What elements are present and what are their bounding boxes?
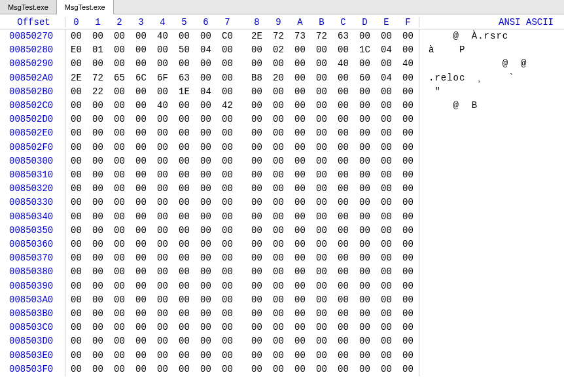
byte-cell[interactable]: 00	[65, 334, 87, 348]
byte-cell[interactable]: 00	[109, 363, 130, 376]
byte-cell[interactable]: 00	[246, 168, 268, 182]
byte-cell[interactable]: 00	[397, 71, 419, 85]
byte-cell[interactable]: 00	[246, 363, 268, 376]
byte-cell[interactable]: 00	[87, 334, 109, 348]
byte-cell[interactable]: 00	[217, 85, 238, 99]
byte-cell[interactable]: 00	[152, 57, 173, 71]
byte-cell[interactable]: 00	[332, 265, 354, 279]
byte-cell[interactable]: 00	[130, 126, 152, 140]
byte-cell[interactable]: 00	[195, 251, 217, 265]
byte-cell[interactable]: 00	[311, 141, 332, 154]
byte-cell[interactable]: 00	[397, 210, 419, 224]
byte-cell[interactable]: 00	[332, 182, 354, 196]
hex-row[interactable]: 008502E000000000000000000000000000000000	[0, 126, 564, 140]
byte-cell[interactable]: 00	[173, 279, 195, 293]
byte-cell[interactable]: 00	[246, 196, 268, 209]
byte-cell[interactable]: 00	[65, 182, 87, 196]
byte-cell[interactable]: 00	[332, 99, 354, 113]
byte-cell[interactable]: 00	[217, 251, 238, 265]
byte-cell[interactable]: 00	[332, 279, 354, 293]
byte-cell[interactable]: 00	[376, 334, 397, 348]
byte-cell[interactable]: 00	[87, 224, 109, 238]
byte-cell[interactable]: 00	[246, 349, 268, 363]
hex-row[interactable]: 008503B000000000000000000000000000000000	[0, 307, 564, 321]
byte-cell[interactable]: 00	[130, 293, 152, 307]
byte-cell[interactable]: 00	[195, 168, 217, 182]
hex-row[interactable]: 0085039000000000000000000000000000000000	[0, 279, 564, 293]
byte-cell[interactable]: 00	[289, 334, 311, 348]
byte-cell[interactable]: 00	[195, 99, 217, 113]
byte-cell[interactable]: 00	[87, 210, 109, 224]
byte-cell[interactable]: 00	[87, 182, 109, 196]
byte-cell[interactable]: 00	[311, 251, 332, 265]
byte-cell[interactable]: 00	[217, 363, 238, 376]
byte-cell[interactable]: 00	[130, 113, 152, 126]
byte-cell[interactable]: 00	[195, 363, 217, 376]
byte-cell[interactable]: 00	[87, 251, 109, 265]
byte-cell[interactable]: 00	[311, 113, 332, 126]
byte-cell[interactable]: 04	[376, 43, 397, 57]
byte-cell[interactable]: 00	[311, 334, 332, 348]
byte-cell[interactable]: 00	[397, 363, 419, 376]
byte-cell[interactable]: 00	[109, 141, 130, 154]
byte-cell[interactable]: 00	[152, 307, 173, 321]
byte-cell[interactable]: 65	[109, 71, 130, 85]
byte-cell[interactable]: 00	[397, 279, 419, 293]
byte-cell[interactable]: 00	[376, 293, 397, 307]
hex-view[interactable]: Offset 0123456789ABCDEF ANSI ASCII 00850…	[0, 14, 564, 392]
byte-cell[interactable]: 00	[354, 265, 376, 279]
byte-cell[interactable]: 00	[65, 349, 87, 363]
byte-cell[interactable]: 00	[87, 307, 109, 321]
byte-cell[interactable]: 00	[376, 307, 397, 321]
byte-cell[interactable]: 00	[173, 168, 195, 182]
byte-cell[interactable]: 00	[246, 182, 268, 196]
hex-row[interactable]: 008503A000000000000000000000000000000000	[0, 293, 564, 307]
byte-cell[interactable]: 00	[354, 196, 376, 209]
hex-row[interactable]: 008502C000000000400000420000000000000000…	[0, 99, 564, 113]
byte-cell[interactable]: 00	[397, 113, 419, 126]
byte-cell[interactable]: 00	[109, 99, 130, 113]
byte-cell[interactable]: 00	[268, 279, 289, 293]
byte-cell[interactable]: 00	[109, 251, 130, 265]
byte-cell[interactable]: 00	[87, 141, 109, 154]
hex-row[interactable]: 0085029000000000000000000000000040000040…	[0, 57, 564, 71]
byte-cell[interactable]: 00	[246, 265, 268, 279]
byte-cell[interactable]: 00	[311, 196, 332, 209]
byte-cell[interactable]: 00	[87, 279, 109, 293]
byte-cell[interactable]: 00	[311, 168, 332, 182]
byte-cell[interactable]: 00	[289, 154, 311, 168]
byte-cell[interactable]: 63	[173, 71, 195, 85]
byte-cell[interactable]: 00	[268, 349, 289, 363]
byte-cell[interactable]: 00	[397, 99, 419, 113]
byte-cell[interactable]: 00	[109, 224, 130, 238]
byte-cell[interactable]: 00	[173, 113, 195, 126]
byte-cell[interactable]: 00	[397, 265, 419, 279]
byte-cell[interactable]: 00	[195, 279, 217, 293]
byte-cell[interactable]: 00	[289, 43, 311, 57]
byte-cell[interactable]: 00	[130, 182, 152, 196]
byte-cell[interactable]: 00	[268, 196, 289, 209]
byte-cell[interactable]: 00	[217, 71, 238, 85]
byte-cell[interactable]: 00	[332, 293, 354, 307]
byte-cell[interactable]: 42	[217, 99, 238, 113]
byte-cell[interactable]: 22	[87, 85, 109, 99]
byte-cell[interactable]: 00	[130, 265, 152, 279]
byte-cell[interactable]: 00	[354, 168, 376, 182]
byte-cell[interactable]: 00	[397, 168, 419, 182]
byte-cell[interactable]: 00	[268, 363, 289, 376]
byte-cell[interactable]: 00	[246, 279, 268, 293]
byte-cell[interactable]: 00	[311, 349, 332, 363]
byte-cell[interactable]: 00	[289, 57, 311, 71]
byte-cell[interactable]: 00	[152, 85, 173, 99]
hex-row[interactable]: 0085035000000000000000000000000000000000	[0, 224, 564, 238]
byte-cell[interactable]: 00	[354, 279, 376, 293]
byte-cell[interactable]: 00	[289, 279, 311, 293]
byte-cell[interactable]: 00	[376, 141, 397, 154]
byte-cell[interactable]: 00	[354, 224, 376, 238]
byte-cell[interactable]: 00	[332, 154, 354, 168]
byte-cell[interactable]: 00	[217, 279, 238, 293]
byte-cell[interactable]: 00	[173, 182, 195, 196]
byte-cell[interactable]: 00	[130, 43, 152, 57]
byte-cell[interactable]: 00	[397, 29, 419, 43]
byte-cell[interactable]: 00	[173, 251, 195, 265]
